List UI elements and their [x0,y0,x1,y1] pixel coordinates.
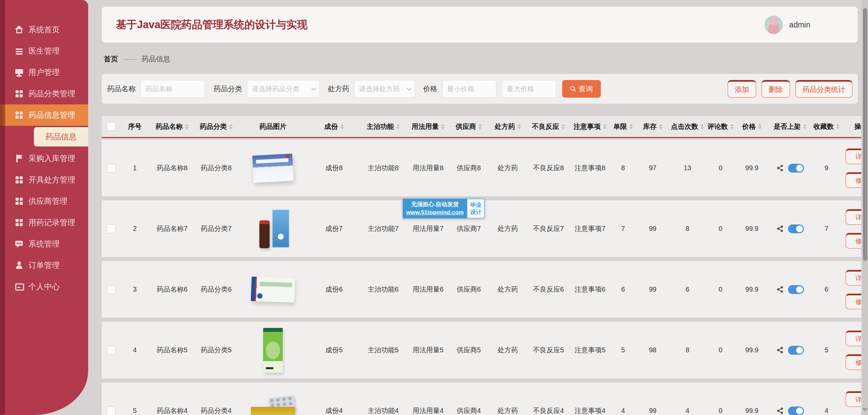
column-header[interactable]: 价格 [736,122,768,131]
column-header[interactable]: 药品图片 [237,122,309,131]
column-header[interactable]: 供应商 [449,122,488,131]
column-header[interactable]: 成份 [309,122,359,131]
column-header[interactable]: 用法用量 [407,122,449,131]
on-sale-toggle[interactable] [788,285,804,294]
sort-icon[interactable] [836,124,840,129]
cell-favorites: 7 [812,225,841,233]
sort-icon[interactable] [441,124,445,129]
sort-icon[interactable] [758,124,762,129]
row-checkbox[interactable] [107,285,116,294]
row-action-button[interactable]: 详情 [846,209,861,225]
row-action-button[interactable]: 修改 [846,172,861,188]
column-header[interactable]: 不良反应 [527,122,570,131]
row-action-button[interactable]: 详情 [846,270,861,285]
sidebar-item[interactable]: 系统管理 [0,233,88,255]
search-button[interactable]: 查询 [562,80,601,98]
sidebar-item[interactable]: 个人中心 [0,276,88,297]
price-max-input[interactable] [502,80,556,98]
cell-supplier: 供应商6 [449,285,488,294]
sidebar-item[interactable]: 供应商管理 [0,191,88,212]
sort-icon[interactable] [478,124,482,129]
sort-icon[interactable] [629,124,633,129]
column-header[interactable]: 注意事项 [570,122,610,131]
sort-icon[interactable] [603,124,607,129]
sort-icon[interactable] [185,124,189,129]
column-header[interactable]: 单限 [610,122,636,131]
row-action-button[interactable]: 详情 [846,149,861,164]
cell-supplier: 供应商5 [449,345,488,355]
cell-clicks: 13 [670,164,705,172]
column-header[interactable]: 操作 [841,122,861,131]
sort-icon[interactable] [229,124,233,129]
sidebar-item[interactable]: 开具处方管理 [0,169,88,191]
cell-supplier: 供应商8 [449,163,488,173]
sidebar-item[interactable]: 采购入库管理 [0,148,88,169]
avatar[interactable] [765,16,783,34]
sidebar-item[interactable]: 用户管理 [0,62,88,83]
cell-function: 主治功能5 [359,345,407,355]
add-button[interactable]: 添加 [728,80,756,98]
share-icon[interactable] [776,225,784,232]
delete-button[interactable]: 删除 [762,80,790,98]
sidebar-item[interactable]: 医生管理 [0,40,88,62]
share-icon[interactable] [776,164,784,172]
sort-icon[interactable] [340,124,344,129]
row-checkbox[interactable] [107,407,116,415]
row-checkbox[interactable] [107,164,116,173]
select-all-checkbox[interactable] [107,122,116,131]
column-header[interactable]: 评论数 [705,122,736,131]
drug-name-input[interactable] [140,80,205,98]
cell-drug-image [237,209,309,249]
sidebar-item[interactable]: 药品分类管理 [0,83,88,104]
column-header[interactable]: 点击次数 [670,122,705,131]
share-icon[interactable] [776,347,784,354]
column-header[interactable]: 药品名称 [149,122,195,131]
vertical-scrollbar[interactable] [862,0,868,415]
scroll-down-arrow-icon[interactable] [862,408,868,412]
on-sale-toggle[interactable] [788,407,804,415]
sort-icon[interactable] [730,124,734,129]
scrollbar-thumb[interactable] [863,8,867,261]
cell-function: 主治功能8 [359,163,407,173]
prescription-select[interactable]: 请选择处方药 [354,80,415,98]
share-icon[interactable] [776,286,784,293]
row-checkbox[interactable] [107,346,116,355]
sort-icon[interactable] [803,124,807,129]
sort-icon[interactable] [701,124,704,129]
cell-reaction: 不良反应7 [527,224,570,233]
share-icon[interactable] [776,407,784,414]
sidebar-item[interactable]: 用药记录管理 [0,212,88,233]
sidebar-item[interactable]: 系统首页 [0,19,88,40]
column-header[interactable]: 药品分类 [195,122,237,131]
sidebar-subitem-drug-info[interactable]: 药品信息 [34,127,88,146]
category-stats-button[interactable]: 药品分类统计 [795,80,852,98]
breadcrumb-home[interactable]: 首页 [104,54,118,64]
column-header[interactable]: 库存 [636,122,670,131]
sort-icon[interactable] [659,124,663,129]
row-action-button[interactable]: 修改 [846,354,861,370]
chat-icon [15,240,23,248]
on-sale-toggle[interactable] [788,164,804,173]
on-sale-toggle[interactable] [788,346,804,355]
row-checkbox[interactable] [107,224,116,233]
row-action-button[interactable]: 修改 [846,233,861,249]
sort-icon[interactable] [561,124,565,129]
sort-icon[interactable] [396,124,400,129]
price-min-input[interactable] [442,80,496,98]
column-header[interactable]: 收藏数 [812,122,841,131]
sort-icon[interactable] [517,124,521,129]
drug-category-select[interactable]: 请选择药品分类 [247,80,320,98]
sidebar-item[interactable]: 订单管理 [0,255,88,276]
column-header[interactable]: 序号 [120,122,149,131]
row-action-button[interactable]: 修改 [846,294,861,309]
on-sale-toggle[interactable] [788,224,804,233]
breadcrumb-separator: —— [123,55,136,63]
sidebar-item[interactable]: 药品信息管理 [0,104,88,126]
user-chip[interactable]: admin [765,16,810,34]
column-header[interactable]: 处方药 [488,122,527,131]
column-header[interactable]: 是否上架 [768,122,812,131]
row-action-button[interactable]: 详情 [846,331,861,346]
cell-ingredient: 成份6 [309,285,359,294]
row-action-button[interactable]: 详情 [846,391,861,407]
column-header[interactable]: 主治功能 [359,122,407,131]
